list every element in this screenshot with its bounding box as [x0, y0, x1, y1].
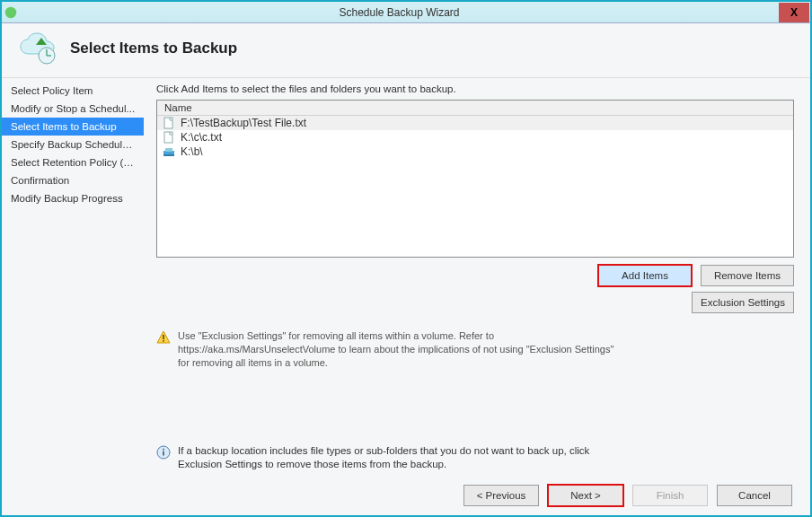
instruction-text: Click Add Items to select the files and … — [156, 83, 794, 94]
svg-rect-13 — [163, 451, 164, 455]
previous-button[interactable]: < Previous — [463, 485, 539, 506]
backup-cloud-icon — [16, 32, 59, 65]
exclusion-row: Exclusion Settings — [156, 292, 794, 313]
warning-text: Use "Exclusion Settings" for removing al… — [178, 329, 623, 370]
wizard-window: Schedule Backup Wizard X Select Items to… — [0, 0, 812, 517]
svg-point-0 — [5, 6, 17, 18]
page-title: Select Items to Backup — [70, 39, 237, 57]
svg-rect-5 — [164, 132, 172, 143]
svg-rect-8 — [163, 154, 174, 156]
app-icon — [2, 4, 20, 22]
window-title: Schedule Backup Wizard — [20, 6, 779, 19]
wizard-header: Select Items to Backup — [2, 23, 810, 77]
wizard-step[interactable]: Select Retention Policy (F... — [2, 153, 144, 171]
main-panel: Click Add Items to select the files and … — [144, 78, 810, 515]
drive-folder-icon — [163, 145, 175, 158]
next-button[interactable]: Next > — [548, 485, 623, 506]
warning-hint: Use "Exclusion Settings" for removing al… — [156, 329, 623, 370]
wizard-steps-sidebar: Select Policy Item Modify or Stop a Sche… — [2, 78, 144, 515]
svg-rect-4 — [164, 118, 172, 128]
close-button[interactable]: X — [779, 3, 809, 22]
info-hint: If a backup location includes file types… — [156, 444, 623, 472]
info-text: If a backup location includes file types… — [178, 444, 623, 472]
list-body: F:\TestBackup\Test File.txt K:\c\c.txt — [157, 116, 793, 257]
info-icon — [156, 444, 171, 472]
content-split: Select Policy Item Modify or Stop a Sche… — [2, 77, 810, 515]
wizard-step[interactable]: Specify Backup Schedule ... — [2, 136, 144, 153]
wizard-step-active[interactable]: Select Items to Backup — [2, 118, 144, 136]
spacer — [156, 370, 794, 444]
item-buttons-row: Add Items Remove Items — [156, 265, 794, 286]
exclusion-settings-button[interactable]: Exclusion Settings — [692, 292, 794, 313]
wizard-step[interactable]: Modify or Stop a Schedul... — [2, 100, 144, 118]
warning-icon — [156, 329, 171, 370]
wizard-step[interactable]: Select Policy Item — [2, 82, 144, 100]
list-item[interactable]: K:\c\c.txt — [157, 130, 793, 145]
titlebar: Schedule Backup Wizard X — [2, 2, 810, 23]
file-icon — [163, 131, 175, 144]
svg-rect-7 — [165, 148, 172, 152]
wizard-step[interactable]: Confirmation — [2, 171, 144, 189]
list-item-path: K:\b\ — [181, 145, 203, 158]
add-items-button[interactable]: Add Items — [598, 265, 692, 286]
svg-rect-10 — [163, 335, 164, 339]
list-item-path: K:\c\c.txt — [181, 131, 222, 144]
finish-button: Finish — [632, 485, 708, 506]
svg-rect-14 — [163, 449, 164, 451]
remove-items-button[interactable]: Remove Items — [701, 265, 794, 286]
window-body: Select Items to Backup Select Policy Ite… — [2, 23, 810, 515]
list-item-path: F:\TestBackup\Test File.txt — [181, 117, 306, 129]
file-icon — [163, 117, 175, 129]
list-column-header: Name — [157, 101, 793, 116]
wizard-step[interactable]: Modify Backup Progress — [2, 189, 144, 207]
svg-rect-11 — [163, 340, 164, 342]
list-item[interactable]: K:\b\ — [157, 145, 793, 159]
list-item[interactable]: F:\TestBackup\Test File.txt — [157, 116, 793, 130]
items-listbox[interactable]: Name F:\TestBackup\Test File.txt — [156, 100, 794, 258]
cancel-button[interactable]: Cancel — [717, 485, 792, 506]
wizard-footer: < Previous Next > Finish Cancel — [156, 485, 794, 506]
